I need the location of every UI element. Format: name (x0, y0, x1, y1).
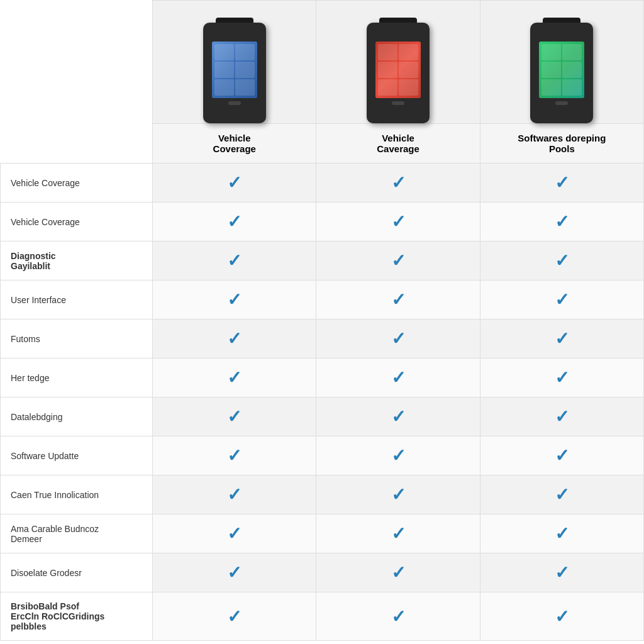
row-9-col1-check: ✓ (153, 514, 316, 553)
screen-icon-8 (399, 44, 418, 60)
checkmark-icon: ✓ (227, 290, 242, 309)
table-row: Datalebdging✓✓✓ (1, 397, 644, 436)
checkmark-icon: ✓ (227, 524, 242, 543)
table-row: User Interface✓✓✓ (1, 280, 644, 319)
row-3-col1-check: ✓ (153, 280, 316, 319)
row-4-col3-check: ✓ (480, 319, 643, 358)
checkmark-icon: ✓ (227, 607, 242, 626)
row-6-label: Datalebdging (1, 397, 153, 436)
checkmark-icon: ✓ (391, 446, 406, 465)
device-1-container (156, 7, 313, 123)
table-row: Her tedge✓✓✓ (1, 358, 644, 397)
checkmark-icon: ✓ (555, 251, 569, 270)
col1-header: Vehicle Coverage (153, 124, 316, 164)
checkmark-icon: ✓ (391, 368, 406, 387)
checkmark-icon: ✓ (555, 446, 569, 465)
checkmark-icon: ✓ (227, 173, 242, 192)
screen-icon-9 (378, 62, 397, 78)
device-2-screen-inner (375, 42, 421, 98)
row-0-label: Vehicle Coverage (1, 164, 153, 203)
row-10-col2-check: ✓ (316, 553, 480, 592)
device-3-container (484, 7, 640, 123)
checkmark-icon: ✓ (227, 212, 242, 231)
checkmark-icon: ✓ (555, 485, 569, 504)
table-row: Vehicle Coverage✓✓✓ (1, 164, 644, 203)
checkmark-icon: ✓ (391, 407, 406, 426)
row-5-col2-check: ✓ (316, 358, 480, 397)
row-10-label: Disoelate Grodesr (1, 553, 153, 592)
device-3-screen (539, 42, 584, 98)
device-1-cell (153, 1, 316, 124)
row-6-col1-check: ✓ (153, 397, 316, 436)
col3-header: Softwares doreping Pools (480, 124, 643, 164)
table-row: Vehicle Coverage✓✓✓ (1, 203, 644, 242)
checkmark-icon: ✓ (227, 368, 242, 387)
device-2-image (367, 23, 430, 123)
screen-icon-17 (541, 79, 561, 96)
device-image-row (1, 1, 644, 124)
screen-icon-6 (235, 79, 255, 96)
row-10-col3-check: ✓ (480, 553, 643, 592)
row-11-label: BrsiboBald Psof ErcCln RoClCGridings pel… (1, 592, 153, 641)
checkmark-icon: ✓ (555, 607, 569, 626)
screen-icon-4 (235, 62, 255, 78)
table-row: Software Updatte✓✓✓ (1, 436, 644, 475)
screen-icon-3 (214, 62, 234, 78)
device-3-screen-inner (539, 42, 584, 98)
device-3-image (530, 23, 593, 123)
row-11-col3-check: ✓ (480, 592, 643, 641)
screen-icon-18 (562, 79, 582, 96)
row-2-label: Diagnostic Gayilablit (1, 242, 153, 280)
row-7-col1-check: ✓ (153, 436, 316, 475)
row-8-col1-check: ✓ (153, 475, 316, 514)
checkmark-icon: ✓ (391, 290, 406, 309)
row-0-col2-check: ✓ (316, 164, 480, 203)
row-8-col2-check: ✓ (316, 475, 480, 514)
row-6-col3-check: ✓ (480, 397, 643, 436)
row-7-col2-check: ✓ (316, 436, 480, 475)
checkmark-icon: ✓ (555, 368, 569, 387)
row-8-label: Caen True Innolication (1, 475, 153, 514)
row-4-col1-check: ✓ (153, 319, 316, 358)
row-3-col3-check: ✓ (480, 280, 643, 319)
checkmark-icon: ✓ (227, 329, 242, 348)
checkmark-icon: ✓ (391, 563, 406, 582)
row-4-col2-check: ✓ (316, 319, 480, 358)
screen-icon-1 (214, 44, 234, 60)
checkmark-icon: ✓ (227, 251, 242, 270)
col-header-row: Vehicle Coverage Vehicle Caverage Softwa… (1, 124, 644, 164)
row-9-col2-check: ✓ (316, 514, 480, 553)
checkmark-icon: ✓ (227, 446, 242, 465)
screen-icon-16 (562, 62, 582, 78)
checkmark-icon: ✓ (555, 563, 569, 582)
row-2-col2-check: ✓ (316, 242, 480, 280)
row-1-label: Vehicle Coverage (1, 203, 153, 242)
row-9-label: Ama Carable Budncoz Demeer (1, 514, 153, 553)
row-1-col3-check: ✓ (480, 203, 643, 242)
device-2-screen (375, 42, 421, 98)
checkmark-icon: ✓ (227, 485, 242, 504)
checkmark-icon: ✓ (555, 329, 569, 348)
row-4-label: Futoms (1, 319, 153, 358)
checkmark-icon: ✓ (227, 563, 242, 582)
table-row: BrsiboBald Psof ErcCln RoClCGridings pel… (1, 592, 644, 641)
screen-icon-13 (541, 44, 561, 60)
checkmark-icon: ✓ (555, 173, 569, 192)
checkmark-icon: ✓ (555, 212, 569, 231)
checkmark-icon: ✓ (391, 212, 406, 231)
screen-icon-12 (399, 79, 418, 96)
row-3-label: User Interface (1, 280, 153, 319)
row-2-col1-check: ✓ (153, 242, 316, 280)
row-5-col3-check: ✓ (480, 358, 643, 397)
table-row: Disoelate Grodesr✓✓✓ (1, 553, 644, 592)
device-2-cell (316, 1, 480, 124)
device-2-container (319, 7, 476, 123)
device-1-image (203, 23, 266, 123)
device-1-screen (212, 42, 257, 98)
table-row: Futoms✓✓✓ (1, 319, 644, 358)
checkmark-icon: ✓ (391, 173, 406, 192)
row-5-label: Her tedge (1, 358, 153, 397)
screen-icon-15 (541, 62, 561, 78)
row-7-label: Software Updatte (1, 436, 153, 475)
row-0-col3-check: ✓ (480, 164, 643, 203)
